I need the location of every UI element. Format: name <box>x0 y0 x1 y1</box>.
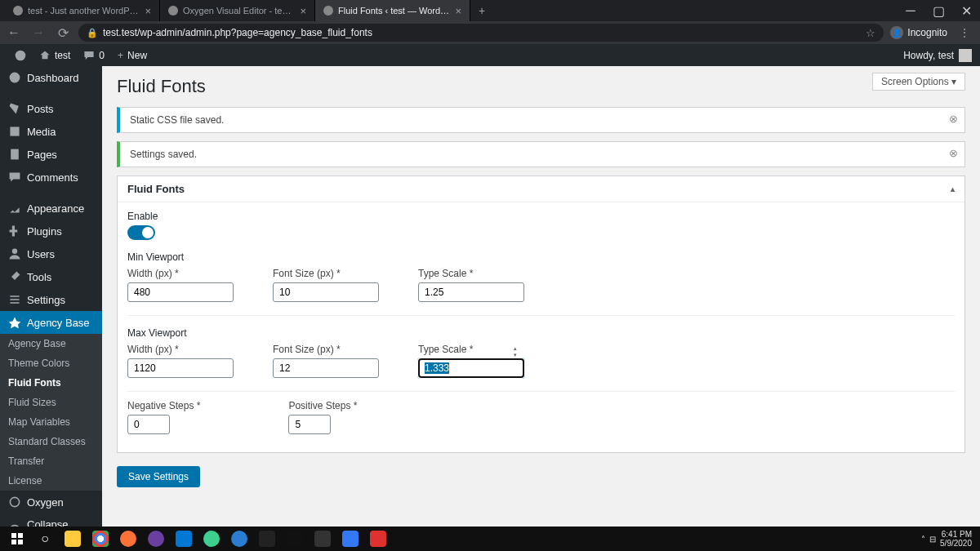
menu-plugins[interactable]: Plugins <box>0 220 102 242</box>
close-icon[interactable]: × <box>300 5 306 17</box>
svg-rect-11 <box>18 533 23 538</box>
menu-settings[interactable]: Settings <box>0 288 102 311</box>
enable-toggle[interactable] <box>127 225 155 240</box>
number-spinner[interactable]: ▴▾ <box>514 345 522 358</box>
wp-admin-bar: test 0 +New Howdy, test <box>0 44 980 66</box>
menu-users[interactable]: Users <box>0 242 102 265</box>
menu-posts[interactable]: Posts <box>0 97 102 120</box>
save-settings-button[interactable]: Save Settings <box>117 466 200 487</box>
sub-agency-base[interactable]: Agency Base <box>0 334 102 353</box>
app-icon[interactable] <box>198 528 225 549</box>
howdy-text[interactable]: Howdy, test <box>903 50 954 61</box>
wp-logo[interactable] <box>8 44 33 66</box>
min-fontsize-input[interactable] <box>273 282 379 302</box>
menu-oxygen[interactable]: Oxygen <box>0 491 102 513</box>
collapse-menu[interactable]: Collapse menu <box>0 513 102 527</box>
screen-options-button[interactable]: Screen Options ▾ <box>872 73 965 91</box>
app-icon[interactable] <box>364 528 392 549</box>
incognito-label: Incognito <box>907 27 947 38</box>
search-button[interactable]: ○ <box>31 528 59 549</box>
sub-license[interactable]: License <box>0 471 102 491</box>
minimize-button[interactable]: ─ <box>897 0 924 21</box>
sub-map-variables[interactable]: Map Variables <box>0 412 102 432</box>
sub-transfer[interactable]: Transfer <box>0 451 102 471</box>
maximize-button[interactable]: ▢ <box>924 0 952 21</box>
svg-point-4 <box>12 249 17 254</box>
menu-agency-base[interactable]: Agency Base <box>0 311 102 334</box>
tray-icon[interactable]: ⊟ <box>929 535 936 544</box>
new-tab-button[interactable]: + <box>470 0 493 21</box>
svg-rect-7 <box>10 302 19 304</box>
svg-point-8 <box>10 497 19 506</box>
menu-tools[interactable]: Tools <box>0 265 102 288</box>
chrome-icon[interactable] <box>87 528 114 549</box>
back-button[interactable]: ← <box>5 24 23 42</box>
app-icon[interactable] <box>309 528 336 549</box>
clock[interactable]: 6:41 PM 5/9/2020 <box>940 530 972 548</box>
notice-text: Static CSS file saved. <box>130 114 224 126</box>
comments-link[interactable]: 0 <box>77 44 111 66</box>
new-label: New <box>127 50 147 61</box>
neg-steps-input[interactable] <box>127 415 170 434</box>
menu-comments[interactable]: Comments <box>0 166 102 189</box>
incognito-badge[interactable]: 👤 Incognito <box>890 26 947 39</box>
bookmark-icon[interactable]: ☆ <box>866 27 875 39</box>
clock-time: 6:41 PM <box>940 530 972 539</box>
browser-tab[interactable]: test - Just another WordPress site × <box>5 0 160 21</box>
sub-standard-classes[interactable]: Standard Classes <box>0 432 102 451</box>
vscode-icon[interactable] <box>170 528 198 549</box>
sub-fluid-sizes[interactable]: Fluid Sizes <box>0 393 102 412</box>
comment-count: 0 <box>99 50 105 61</box>
app-icon[interactable] <box>253 528 281 549</box>
browser-tab-strip: test - Just another WordPress site × Oxy… <box>0 0 980 21</box>
url-text: test.test/wp-admin/admin.php?page=agency… <box>103 27 372 38</box>
min-typescale-label: Type Scale * <box>418 268 524 279</box>
dismiss-icon[interactable]: ⊗ <box>949 113 958 125</box>
system-tray[interactable]: ˄ ⊟ 6:41 PM 5/9/2020 <box>921 530 977 548</box>
dismiss-icon[interactable]: ⊗ <box>949 147 958 159</box>
favicon <box>168 6 178 16</box>
reload-button[interactable]: ⟳ <box>54 24 72 42</box>
neg-steps-label: Negative Steps * <box>127 400 200 411</box>
site-link[interactable]: test <box>33 44 77 66</box>
min-viewport-heading: Min Viewport <box>127 251 955 263</box>
panel-header[interactable]: Fluid Fonts ▴ <box>118 176 964 202</box>
explorer-icon[interactable] <box>59 528 87 549</box>
notice-settings-saved: Settings saved. ⊗ <box>117 141 965 167</box>
svg-rect-5 <box>10 295 19 297</box>
close-icon[interactable]: × <box>145 5 151 17</box>
page-title: Fluid Fonts <box>117 76 965 97</box>
browser-tab[interactable]: Oxygen Visual Editor - test - Jus × <box>160 0 315 21</box>
max-width-input[interactable] <box>127 358 234 378</box>
start-button[interactable] <box>3 528 31 549</box>
sub-theme-colors[interactable]: Theme Colors <box>0 353 102 373</box>
menu-pages[interactable]: Pages <box>0 143 102 166</box>
pos-steps-input[interactable] <box>288 415 331 434</box>
max-viewport-heading: Max Viewport <box>127 327 955 339</box>
new-content-link[interactable]: +New <box>111 44 154 66</box>
max-typescale-input[interactable] <box>418 358 524 378</box>
menu-dashboard[interactable]: Dashboard <box>0 66 102 89</box>
min-width-input[interactable] <box>127 282 234 302</box>
menu-media[interactable]: Media <box>0 120 102 143</box>
app-icon[interactable] <box>281 528 309 549</box>
clock-date: 5/9/2020 <box>940 539 972 548</box>
browser-menu-button[interactable]: ⋮ <box>954 26 975 39</box>
browser-toolbar: ← → ⟳ 🔒 test.test/wp-admin/admin.php?pag… <box>0 21 980 44</box>
close-window-button[interactable]: ✕ <box>952 0 980 21</box>
sub-fluid-fonts[interactable]: Fluid Fonts <box>0 373 102 393</box>
svg-rect-10 <box>11 533 16 538</box>
firefox-icon[interactable] <box>114 528 142 549</box>
menu-appearance[interactable]: Appearance <box>0 197 102 220</box>
forward-button[interactable]: → <box>29 24 47 42</box>
browser-tab-active[interactable]: Fluid Fonts ‹ test — WordPress × <box>315 0 470 21</box>
tray-chevron-icon[interactable]: ˄ <box>921 535 925 544</box>
avatar[interactable] <box>959 49 972 62</box>
min-typescale-input[interactable] <box>418 282 524 302</box>
address-bar[interactable]: 🔒 test.test/wp-admin/admin.php?page=agen… <box>78 24 884 42</box>
app-icon[interactable] <box>225 528 253 549</box>
app-icon[interactable] <box>336 528 364 549</box>
close-icon[interactable]: × <box>455 5 461 17</box>
max-fontsize-input[interactable] <box>273 358 379 378</box>
app-icon[interactable] <box>142 528 170 549</box>
